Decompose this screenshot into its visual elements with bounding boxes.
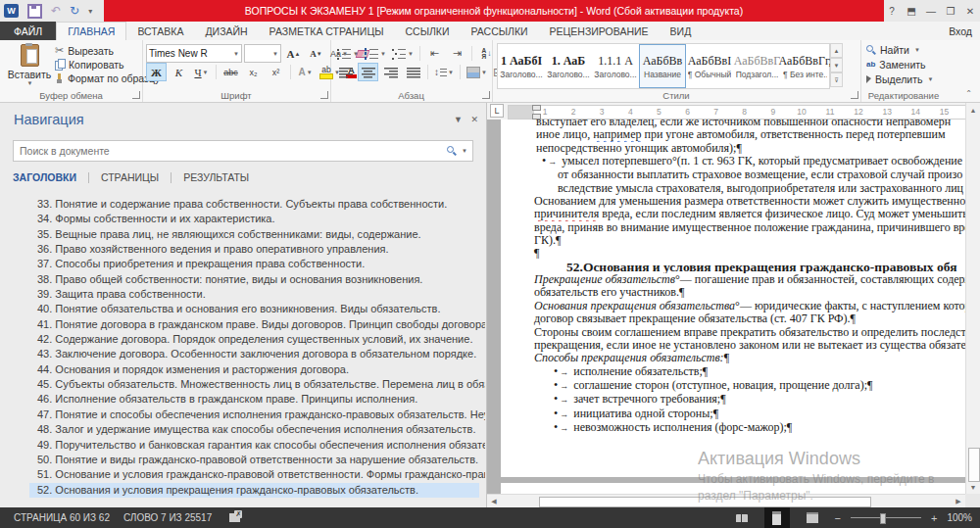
style-item[interactable]: АаБбВвГПодзагол... (733, 44, 781, 88)
search-input[interactable] (14, 145, 447, 157)
gallery-up-icon[interactable]: ▲ (830, 43, 843, 58)
nav-heading-item[interactable]: 35. Вещные права лиц, не являющихся собс… (0, 227, 485, 242)
nav-heading-item[interactable]: 39. Защита права собственности. (0, 287, 485, 302)
dialog-launcher-icon[interactable] (482, 91, 490, 99)
style-item[interactable]: АаБбВвІ¶ Обычный (686, 44, 733, 88)
document-canvas[interactable]: L 123456789101112131415 выступает его вл… (487, 103, 965, 494)
gallery-more-icon[interactable]: ⊽ (830, 72, 843, 87)
tab-главная[interactable]: ГЛАВНАЯ (56, 22, 126, 40)
scroll-left-icon[interactable]: ◀ (487, 495, 501, 507)
tab-разметка-страницы[interactable]: РАЗМЕТКА СТРАНИЦЫ (259, 22, 395, 40)
vertical-scrollbar[interactable]: ▲ ▼ (965, 103, 980, 494)
nav-heading-item[interactable]: 48. Залог и удержание имущества как спос… (0, 422, 485, 437)
shrink-font-button[interactable]: А▼ (306, 44, 326, 63)
increase-indent-button[interactable]: ⇥ (447, 44, 467, 63)
ribbon-display-icon[interactable]: ⬒ (902, 0, 921, 22)
subscript-button[interactable]: x₂ (243, 63, 264, 81)
tab-дизайн[interactable]: ДИЗАЙН (194, 22, 258, 40)
underline-button[interactable]: Ч▼ (191, 63, 212, 81)
select-button[interactable]: Выделить▼ (866, 72, 933, 85)
horizontal-ruler[interactable]: L 123456789101112131415 (487, 103, 965, 120)
first-line-indent-marker[interactable] (532, 105, 541, 111)
nav-heading-item[interactable]: 33. Понятие и содержание права собственн… (0, 197, 485, 212)
print-layout-button[interactable] (764, 507, 790, 528)
horizontal-scrollbar[interactable]: ◀ ▶ (487, 494, 965, 507)
search-icon[interactable] (447, 146, 457, 156)
nav-heading-item[interactable]: 37. Способы приобретения и прекращения п… (0, 257, 485, 271)
decrease-indent-button[interactable]: ⇤ (424, 44, 445, 63)
help-icon[interactable]: ? (882, 0, 902, 22)
nav-heading-item[interactable]: 42. Содержание договора. Порядок определ… (0, 332, 485, 347)
dialog-launcher-icon[interactable] (851, 91, 858, 99)
pane-close-icon[interactable]: ✕ (470, 115, 478, 124)
bold-button[interactable]: Ж (146, 63, 167, 81)
tab-selector[interactable]: L (490, 104, 504, 118)
page-count[interactable]: СТРАНИЦА 60 ИЗ 62 (14, 512, 110, 523)
nav-heading-item[interactable]: 49. Поручительство и банковская гарантия… (0, 438, 485, 453)
zoom-slider[interactable] (851, 517, 921, 518)
font-family-combo[interactable]: Times New R▼ (146, 44, 242, 63)
dialog-launcher-icon[interactable] (132, 91, 140, 99)
zoom-slider-thumb[interactable] (880, 513, 886, 524)
minimize-icon[interactable]: — (921, 0, 941, 22)
line-spacing-button[interactable]: ↕▼ (432, 63, 456, 81)
redo-icon[interactable]: ↻ (70, 5, 79, 17)
document-page[interactable]: выступает его владелец, если же источник… (501, 120, 965, 477)
nav-heading-item[interactable]: 52. Основания и условия прекращения граж… (29, 483, 479, 498)
dialog-launcher-icon[interactable] (320, 91, 328, 99)
tab-вставка[interactable]: ВСТАВКА (126, 22, 194, 40)
zoom-out-button[interactable]: − (835, 512, 841, 524)
align-right-button[interactable] (380, 63, 401, 81)
nav-heading-item[interactable]: 43. Заключение договора. Особенности зак… (0, 347, 485, 361)
proofing-status-icon[interactable] (229, 513, 240, 522)
nav-tab-3[interactable]: РЕЗУЛЬТАТЫ (183, 169, 249, 185)
strikethrough-button[interactable]: abc (220, 63, 241, 81)
replace-button[interactable]: abЗаменить (866, 58, 933, 71)
search-options-icon[interactable]: ▼ (462, 148, 467, 154)
nav-heading-item[interactable]: 45. Субъекты обязательств. Множественнос… (0, 377, 485, 392)
style-item[interactable]: АаБбВвНазвание (639, 44, 686, 88)
bullet-list-button[interactable]: ▼ (335, 44, 361, 63)
align-left-button[interactable] (335, 63, 356, 81)
tab-рецензирование[interactable]: РЕЦЕНЗИРОВАНИЕ (539, 22, 660, 40)
document-search-box[interactable]: ▼ (13, 140, 473, 162)
qat-customize-icon[interactable]: ▾ (88, 7, 92, 16)
tab-вид[interactable]: ВИД (660, 22, 703, 40)
collapse-ribbon-icon[interactable]: ⌃ (965, 89, 972, 98)
nav-heading-item[interactable]: 46. Исполнение обязательств в гражданско… (0, 392, 485, 407)
grow-font-button[interactable]: А▲ (283, 44, 304, 63)
undo-icon[interactable]: ↶ (51, 5, 61, 17)
zoom-level[interactable]: 100% (947, 512, 972, 523)
next-page-edge[interactable] (501, 483, 965, 494)
text-effects-button[interactable]: А▼ (295, 63, 316, 81)
nav-heading-item[interactable]: 51. Основание и условия гражданско-право… (0, 467, 485, 482)
tab-рассылки[interactable]: РАССЫЛКИ (461, 22, 539, 40)
save-icon[interactable] (27, 4, 42, 19)
zoom-in-button[interactable]: + (931, 512, 937, 524)
sign-in-link[interactable]: Вход (949, 22, 980, 40)
numbered-list-button[interactable]: ▼ (363, 44, 388, 63)
restore-icon[interactable]: ❐ (941, 0, 960, 22)
close-icon[interactable]: ✕ (960, 0, 980, 22)
style-item[interactable]: 1. АаБЗаголово... (545, 44, 592, 88)
nav-heading-item[interactable]: 44. Основания и порядок изменения и раст… (0, 362, 485, 377)
font-size-combo[interactable]: ▼ (244, 44, 281, 63)
italic-button[interactable]: К (169, 63, 189, 81)
nav-heading-item[interactable]: 36. Право хозяйственного ведения и право… (0, 242, 485, 257)
find-button[interactable]: Найти▼ (866, 43, 933, 56)
nav-tab-2[interactable]: СТРАНИЦЫ (101, 169, 159, 185)
align-center-button[interactable] (358, 63, 378, 81)
nav-heading-item[interactable]: 47. Понятие и способы обеспечения исполн… (0, 408, 485, 422)
style-item[interactable]: АаБбВвГг,¶ Без инте... (781, 44, 829, 88)
tab-ссылки[interactable]: ССЫЛКИ (394, 22, 460, 40)
nav-heading-item[interactable]: 50. Понятие и виды гражданско-правовой о… (0, 453, 485, 467)
justify-button[interactable] (403, 63, 423, 81)
multilevel-list-button[interactable]: ▼ (390, 44, 416, 63)
nav-tab-1[interactable]: ЗАГОЛОВКИ (13, 169, 76, 185)
word-count[interactable]: СЛОВО 7 ИЗ 25517 (123, 512, 212, 523)
style-item[interactable]: 1 АаБбІЗаголово... (498, 44, 545, 88)
nav-heading-item[interactable]: 41. Понятие договора в гражданском праве… (0, 317, 485, 332)
nav-heading-item[interactable]: 40. Понятие обязательства и основания ег… (0, 302, 485, 316)
tab-file[interactable]: ФАЙЛ (0, 22, 56, 40)
style-item[interactable]: 1.1.1 АЗаголово... (592, 44, 639, 88)
